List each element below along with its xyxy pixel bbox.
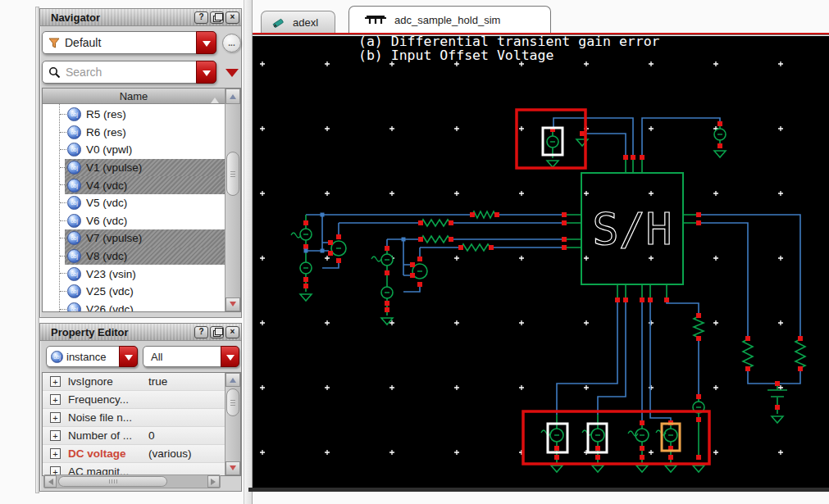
tree-item-label: V8 (vdc) (86, 250, 127, 262)
scroll-up-button[interactable] (225, 89, 240, 104)
tree-item[interactable]: objV26 (vdc) (43, 301, 225, 311)
tree-item-label: V0 (vpwl) (86, 143, 132, 156)
triangle-up-icon (230, 91, 236, 99)
property-row[interactable]: +lvsIgnoretrue (43, 373, 225, 391)
property-row[interactable]: +AC magnit... (43, 463, 225, 475)
tree-item[interactable]: objV23 (vsin) (43, 265, 225, 283)
scroll-right-button[interactable] (207, 475, 220, 488)
expander-icon[interactable]: + (50, 448, 61, 459)
help-button[interactable]: ? (194, 11, 208, 24)
property-row[interactable]: +Noise file n... (43, 409, 225, 427)
triangle-up-icon (230, 375, 236, 383)
navigator-panel: Navigator ? × Default ... Search Name (39, 8, 242, 318)
property-value: (various) (148, 447, 192, 460)
search-dropdown-button[interactable] (196, 61, 216, 84)
expander-icon[interactable]: + (50, 412, 61, 423)
navigator-title: Navigator (51, 11, 100, 24)
float-button[interactable] (210, 11, 224, 24)
property-filter-combo[interactable]: All (143, 346, 239, 367)
tree-scrollbar[interactable] (225, 104, 240, 311)
object-type-combo[interactable]: obj instance (46, 346, 138, 367)
property-editor-panel: Property Editor ? × obj instance All +lv… (39, 323, 242, 492)
chevron-down-icon (203, 41, 211, 51)
tree-item[interactable]: objV6 (vdc) (43, 212, 225, 230)
object-type-dropdown-button[interactable] (119, 346, 138, 367)
tree-item[interactable]: objV1 (vpulse) (43, 159, 225, 177)
search-input[interactable]: Search (66, 66, 102, 79)
property-scrollbar[interactable] (225, 373, 240, 475)
tree-scrollbar-track[interactable] (225, 104, 240, 297)
scroll-down-button[interactable] (225, 461, 240, 475)
property-hscrollbar[interactable] (43, 474, 221, 488)
more-button[interactable]: ... (222, 34, 241, 52)
navigator-tree: Name objR5 (res)objR6 (res)objV0 (vpwl)o… (42, 88, 241, 312)
filter-dropdown-button[interactable] (196, 31, 216, 54)
blue-wires (306, 118, 800, 423)
filter-combo[interactable]: Default (42, 31, 216, 54)
tree-item[interactable]: objV8 (vdc) (43, 247, 225, 266)
triangle-down-icon (230, 465, 236, 474)
tree-item-label: R6 (res) (86, 126, 126, 138)
tab-label: adc_sample_hold_sim (394, 14, 500, 26)
search-options-caret[interactable] (225, 69, 239, 84)
object-icon: obj (67, 214, 81, 228)
tree-item[interactable]: objV4 (vdc) (43, 176, 225, 194)
close-button[interactable]: × (225, 11, 239, 24)
property-scrollbar-thumb[interactable] (226, 388, 239, 416)
tab-bar: adexl adc_sample_hold_sim (253, 0, 829, 33)
property-value: 0 (148, 429, 155, 442)
property-label: DC voltage (68, 447, 148, 460)
tree-item[interactable]: objV7 (vpulse) (43, 229, 225, 247)
close-button[interactable]: × (225, 326, 239, 338)
tree-item-label: R5 (res) (86, 108, 126, 120)
scroll-up-button[interactable] (225, 373, 240, 387)
canvas-bottom-border (248, 488, 829, 492)
schematic-canvas[interactable]: (a) Differential transient gain error (b… (253, 36, 829, 488)
property-editor-titlebar[interactable]: Property Editor ? × (40, 324, 241, 341)
chevron-down-icon (203, 70, 211, 80)
object-icon: obj (67, 302, 81, 311)
scroll-down-button[interactable] (225, 297, 240, 311)
tree-header-name[interactable]: Name (43, 89, 225, 104)
pencil-icon (272, 16, 286, 29)
property-label: lvsIgnore (68, 375, 148, 388)
property-row[interactable]: +DC voltage(various) (43, 445, 225, 463)
property-row[interactable]: +Number of ...0 (43, 427, 225, 445)
panel-splitter[interactable] (244, 0, 253, 504)
tree-rows: objR5 (res)objR6 (res)objV0 (vpwl)objV1 … (43, 104, 225, 311)
tab-adc-sample-hold-sim[interactable]: adc_sample_hold_sim (348, 6, 551, 33)
property-row[interactable]: +Frequency... (43, 391, 225, 409)
tree-item[interactable]: objV5 (vdc) (43, 194, 225, 212)
navigator-titlebar[interactable]: Navigator ? × (40, 9, 241, 26)
object-icon: obj (67, 267, 81, 281)
schematic-drawing[interactable]: S/H (253, 36, 829, 488)
restore-icon (213, 16, 221, 22)
tree-item[interactable]: objV0 (vpwl) (43, 141, 225, 159)
tree-item-label: V23 (vsin) (86, 268, 136, 280)
tree-item[interactable]: objV25 (vdc) (43, 283, 225, 301)
expander-icon[interactable]: + (50, 430, 61, 441)
property-hscrollbar-thumb[interactable] (58, 476, 167, 487)
float-button[interactable] (210, 326, 224, 338)
scroll-left-button[interactable] (44, 475, 57, 488)
funnel-icon (48, 38, 60, 48)
filter-value: Default (65, 36, 101, 49)
property-scrollbar-track[interactable] (225, 387, 240, 461)
property-rows: +lvsIgnoretrue+Frequency...+Noise file n… (43, 373, 225, 475)
sort-ascending-icon[interactable] (211, 93, 219, 103)
tree-scrollbar-thumb[interactable] (226, 152, 239, 196)
tab-adexl[interactable]: adexl (261, 11, 335, 33)
tree-item[interactable]: objR6 (res) (43, 124, 225, 142)
property-label: Number of ... (68, 429, 148, 442)
tree-item[interactable]: objR5 (res) (43, 106, 225, 124)
schematic-icon (363, 15, 388, 25)
search-combo[interactable]: Search (42, 61, 216, 84)
object-icon: obj (67, 196, 81, 210)
expander-icon[interactable]: + (50, 394, 61, 405)
triangle-down-icon (230, 302, 236, 310)
object-icon: obj (67, 143, 81, 157)
expander-icon[interactable]: + (50, 376, 61, 387)
help-button[interactable]: ? (194, 326, 208, 338)
property-filter-dropdown-button[interactable] (221, 346, 239, 367)
restore-icon (213, 330, 221, 337)
